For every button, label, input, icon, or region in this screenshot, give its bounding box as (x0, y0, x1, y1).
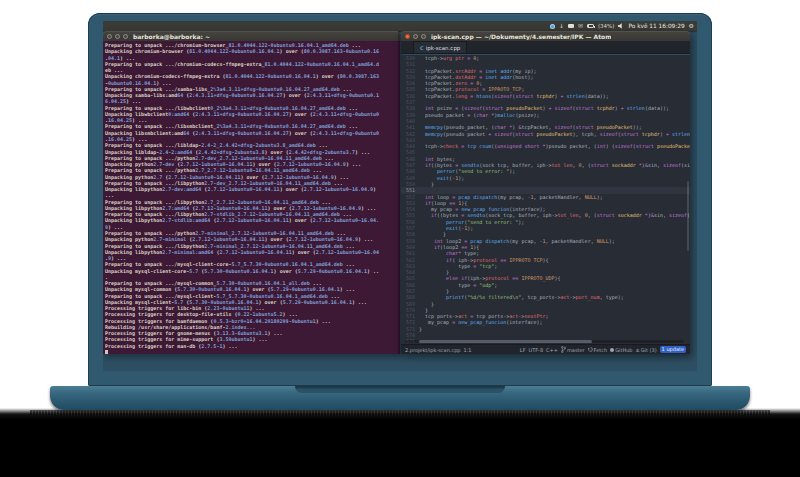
git-diff-icon: ± (636, 347, 640, 353)
tab-bar: C ipk-scan.cpp (401, 41, 690, 54)
desktop: ↓ ✉ (34%) Po kvě 11 16:09:29 ⚙ barborka@… (103, 21, 697, 371)
terminal-title: barborka@barborka: ~ (133, 33, 210, 40)
download-arrow-icon[interactable]: ↓ (559, 21, 564, 31)
session-gear-icon[interactable]: ⚙ (689, 21, 694, 31)
status-grammar[interactable]: C++ (546, 347, 558, 353)
code-line: tcpPacket.leng = htons(sizeof(struct tcp… (419, 93, 609, 99)
status-github[interactable]: GitHub (610, 347, 632, 353)
top-panel: ↓ ✉ (34%) Po kvě 11 16:09:29 ⚙ (103, 21, 697, 31)
terminal-scrollbar[interactable] (398, 31, 400, 354)
tab-ipk-scan[interactable]: C ipk-scan.cpp (413, 41, 467, 53)
laptop-mockup: ↓ ✉ (34%) Po kvě 11 16:09:29 ⚙ barborka@… (0, 0, 800, 477)
laptop-base (50, 386, 750, 410)
battery-icon[interactable] (587, 24, 594, 28)
maximize-icon[interactable] (421, 34, 426, 39)
status-fetch[interactable]: Fetch (588, 347, 608, 353)
tab-label: ipk-scan.cpp (426, 45, 461, 51)
atom-window: ipk-scan.cpp — ~/Dokumenty/4.semester/IP… (401, 31, 690, 354)
cpp-file-icon: C (420, 45, 424, 51)
terminal-line: Unpacking libwbclient0:amd64 (2:4.3.11+d… (105, 111, 400, 117)
status-bar: 2.projekt/ipk-scan.cpp 1:1 LF UTF-8 C++ … (401, 344, 690, 354)
minimize-icon[interactable] (115, 34, 120, 39)
battery-label: (34%) (598, 21, 615, 31)
sync-icon (588, 347, 593, 352)
code-row: 544 tcph->check = tcp_csum((unsigned sho… (401, 143, 690, 149)
messaging-icon[interactable] (550, 24, 555, 29)
shadow (0, 408, 800, 477)
terminal-line: Unpacking libsmbclient:amd64 (2:4.3.11+d… (105, 130, 400, 136)
code-line: printf("%d/%s filtered\n", tcp_ports->ac… (419, 294, 624, 300)
terminal-window: barborka@barborka: ~ Preparing to unpack… (103, 31, 400, 354)
status-file-path[interactable]: 2.projekt/ipk-scan.cpp (405, 347, 461, 353)
maximize-icon[interactable] (123, 34, 128, 39)
terminal-line: Preparing to unpack .../chromium-codecs-… (105, 61, 400, 67)
close-icon[interactable] (405, 34, 410, 39)
terminal-output[interactable]: Preparing to unpack .../chromium-browser… (103, 41, 400, 354)
close-icon[interactable] (107, 34, 112, 39)
terminal-line: Unpacking libpython2.7-dev:amd64 (2.7.12… (105, 186, 400, 192)
terminal-line: Unpacking libpython2.7-minimal:amd64 (2.… (105, 249, 400, 255)
code-line: my_pcap = new_pcap_funcion(interface); (419, 319, 542, 325)
terminal-line: Unpacking mysql-client-core-5.7 (5.7.30-… (105, 268, 400, 274)
status-cursor-position[interactable]: 1:1 (464, 347, 472, 353)
terminal-titlebar[interactable]: barborka@barborka: ~ (103, 31, 400, 41)
editor-horizontal-scrollbar[interactable] (405, 340, 684, 343)
github-icon (610, 348, 614, 352)
code-line: memcpy(pseudo_packet + sizeof(struct pse… (419, 131, 690, 137)
status-git-changes[interactable]: ± Git (3) (636, 347, 657, 353)
updates-badge[interactable]: 1 update (660, 346, 686, 353)
status-git-branch[interactable]: master (561, 346, 585, 353)
minimize-icon[interactable] (413, 34, 418, 39)
atom-titlebar[interactable]: ipk-scan.cpp — ~/Dokumenty/4.semester/IP… (401, 31, 690, 41)
status-line-ending[interactable]: LF (520, 347, 526, 353)
code-line: tcph->check = tcp_csum((unsigned short *… (419, 143, 690, 149)
code-line: pseudo_packet = (char *)malloc(psize); (419, 112, 539, 118)
editor-vertical-scrollbar[interactable] (687, 181, 689, 251)
laptop-lid-notch (295, 386, 505, 393)
terminal-cursor (105, 350, 108, 354)
code-line: tcph->urg_ptr = 0; (419, 55, 479, 61)
terminal-line: Processing triggers for man-db (2.7.5-1)… (105, 343, 400, 349)
status-encoding[interactable]: UTF-8 (529, 347, 544, 353)
code-editor[interactable]: 530 tcph->urg_ptr = 0;531 532 tcpPacket.… (401, 55, 690, 345)
laptop-lid: ↓ ✉ (34%) Po kvě 11 16:09:29 ⚙ barborka@… (88, 13, 712, 386)
atom-title: ipk-scan.cpp — ~/Dokumenty/4.semester/IP… (431, 33, 611, 40)
branch-icon (561, 346, 566, 353)
keyboard-indicator-icon[interactable] (568, 24, 574, 28)
terminal-line: Unpacking libpython2.7-stdlib:amd64 (2.7… (105, 217, 400, 223)
panel-clock[interactable]: Po kvě 11 16:09:29 (628, 21, 684, 31)
mail-icon[interactable]: ✉ (578, 21, 583, 31)
volume-icon[interactable] (618, 23, 624, 29)
terminal-line: Unpacking samba-libs:amd64 (2:4.3.11+dfs… (105, 92, 400, 98)
system-tray: ↓ ✉ (34%) Po kvě 11 16:09:29 ⚙ (550, 21, 694, 31)
code-row: 542 memcpy(pseudo_packet + sizeof(struct… (401, 131, 690, 137)
scrollbar-thumb[interactable] (419, 340, 592, 343)
terminal-line: Unpacking chromium-browser (81.0.4044.12… (105, 48, 400, 54)
